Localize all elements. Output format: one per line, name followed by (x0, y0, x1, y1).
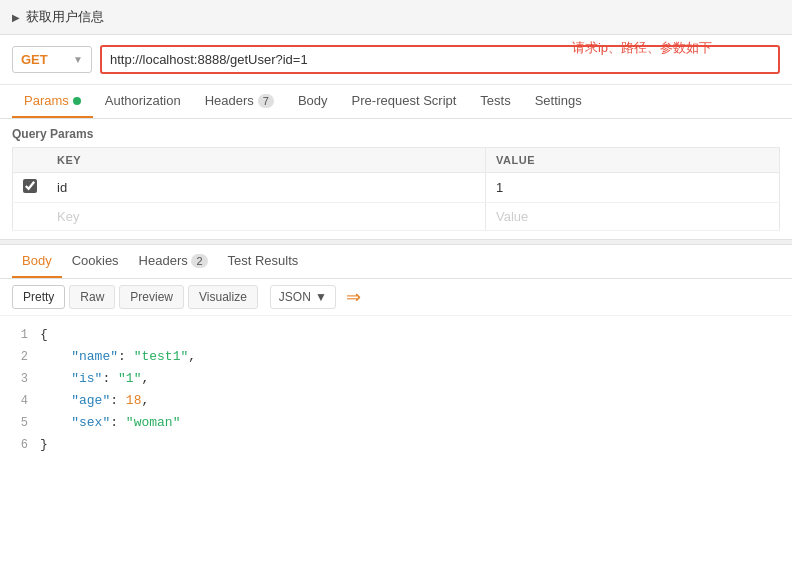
code-toolbar: Pretty Raw Preview Visualize JSON ▼ ⇒ (0, 279, 792, 316)
tab-tests[interactable]: Tests (468, 85, 522, 118)
line-num-5: 5 (12, 413, 40, 433)
request-tabs: Params Authorization Headers 7 Body Pre-… (0, 85, 792, 119)
wrap-icon[interactable]: ⇒ (346, 286, 361, 308)
code-line-3: 3 "is": "1", (12, 368, 792, 390)
annotation-text: 请求ip、路径、参数如下 (572, 39, 712, 57)
page-title-text: 获取用户信息 (26, 8, 104, 26)
code-content-6: } (40, 434, 792, 456)
method-label: GET (21, 52, 48, 67)
table-row: id 1 (13, 173, 780, 203)
param-key-cell[interactable]: id (47, 173, 486, 203)
line-num-3: 3 (12, 369, 40, 389)
url-section: 请求ip、路径、参数如下 GET ▼ http://localhost:8888… (0, 35, 792, 85)
tab-headers-label: Headers (205, 93, 254, 108)
resp-tab-cookies-label: Cookies (72, 253, 119, 268)
tab-authorization[interactable]: Authorization (93, 85, 193, 118)
tab-tests-label: Tests (480, 93, 510, 108)
code-line-1: 1 { (12, 324, 792, 346)
tab-prerequest-label: Pre-request Script (352, 93, 457, 108)
resp-headers-badge: 2 (191, 254, 207, 268)
query-params-title: Query Params (12, 127, 780, 141)
value-placeholder: Value (496, 209, 528, 224)
value-col-header: VALUE (486, 148, 780, 173)
tab-settings[interactable]: Settings (523, 85, 594, 118)
tab-settings-label: Settings (535, 93, 582, 108)
line-num-4: 4 (12, 391, 40, 411)
code-line-5: 5 "sex": "woman" (12, 412, 792, 434)
resp-tab-headers-label: Headers (139, 253, 188, 268)
query-params-section: Query Params KEY VALUE id 1 Key (0, 119, 792, 239)
key-col-header: KEY (47, 148, 486, 173)
key-placeholder: Key (57, 209, 79, 224)
tab-params-label: Params (24, 93, 69, 108)
top-bar: 获取用户信息 (0, 0, 792, 35)
resp-tab-test-results[interactable]: Test Results (218, 245, 309, 278)
line-num-2: 2 (12, 347, 40, 367)
code-line-6: 6 } (12, 434, 792, 456)
resp-tab-body-label: Body (22, 253, 52, 268)
params-dot (73, 97, 81, 105)
preview-button[interactable]: Preview (119, 285, 184, 309)
visualize-button[interactable]: Visualize (188, 285, 258, 309)
checkbox-col-header (13, 148, 48, 173)
code-line-2: 2 "name": "test1", (12, 346, 792, 368)
tab-body-label: Body (298, 93, 328, 108)
resp-tab-body[interactable]: Body (12, 245, 62, 278)
row-checkbox-cell[interactable] (13, 173, 48, 203)
tab-prerequest[interactable]: Pre-request Script (340, 85, 469, 118)
empty-checkbox-cell (13, 203, 48, 231)
param-checkbox[interactable] (23, 179, 37, 193)
dropdown-arrow-icon: ▼ (73, 54, 83, 65)
raw-button[interactable]: Raw (69, 285, 115, 309)
tab-auth-label: Authorization (105, 93, 181, 108)
tab-headers[interactable]: Headers 7 (193, 85, 286, 118)
table-row-empty: Key Value (13, 203, 780, 231)
param-value-cell[interactable]: 1 (486, 173, 780, 203)
code-content-4: "age": 18, (40, 390, 792, 412)
code-content-5: "sex": "woman" (40, 412, 792, 434)
code-content-3: "is": "1", (40, 368, 792, 390)
code-line-4: 4 "age": 18, (12, 390, 792, 412)
page-title: 获取用户信息 (12, 8, 104, 26)
response-tabs: Body Cookies Headers 2 Test Results (0, 245, 792, 279)
format-select[interactable]: JSON ▼ (270, 285, 336, 309)
resp-tab-headers[interactable]: Headers 2 (129, 245, 218, 278)
empty-key-cell[interactable]: Key (47, 203, 486, 231)
params-table: KEY VALUE id 1 Key Value (12, 147, 780, 231)
resp-tab-test-results-label: Test Results (228, 253, 299, 268)
tab-params[interactable]: Params (12, 85, 93, 118)
headers-badge: 7 (258, 94, 274, 108)
resp-tab-cookies[interactable]: Cookies (62, 245, 129, 278)
format-arrow-icon: ▼ (315, 290, 327, 304)
pretty-button[interactable]: Pretty (12, 285, 65, 309)
code-content-1: { (40, 324, 792, 346)
line-num-6: 6 (12, 435, 40, 455)
code-content-2: "name": "test1", (40, 346, 792, 368)
tab-body[interactable]: Body (286, 85, 340, 118)
empty-value-cell[interactable]: Value (486, 203, 780, 231)
line-num-1: 1 (12, 325, 40, 345)
format-label: JSON (279, 290, 311, 304)
method-select[interactable]: GET ▼ (12, 46, 92, 73)
code-block: 1 { 2 "name": "test1", 3 "is": "1", 4 "a… (0, 316, 792, 465)
